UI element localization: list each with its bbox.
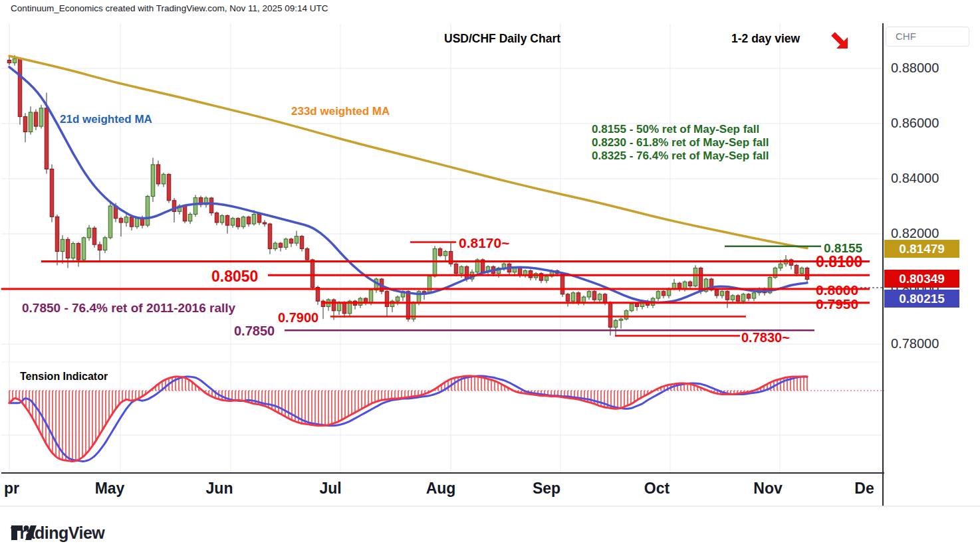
price-tick-082: 0.82000 [891, 226, 939, 241]
tension-indicator-title: Tension Indicator [20, 371, 108, 383]
ma233-price-tag[interactable]: 0.81479 [884, 240, 959, 258]
month-label-may[interactable]: May [95, 480, 125, 498]
tradingview-chart-page: Continuum_Economics created with Trading… [0, 0, 980, 558]
tradingview-logo[interactable]: TradingView [11, 523, 104, 543]
fib-note-50: 0.8155 - 50% ret of May-Sep fall [592, 123, 769, 136]
level-label-7830: 0.7830~ [741, 330, 790, 345]
month-label-jul[interactable]: Jul [319, 480, 341, 498]
month-label-aug[interactable]: Aug [426, 480, 456, 498]
ma233-annotation: 233d weighted MA [291, 105, 390, 118]
last-price-tag[interactable]: 0.80349 [884, 270, 959, 288]
level-label-7900: 0.7900 [278, 310, 318, 326]
price-chart-canvas[interactable] [0, 0, 980, 558]
view-horizon-label: 1-2 day view [731, 32, 800, 46]
level-label-8050: 0.8050 [211, 268, 258, 286]
month-label-oct[interactable]: Oct [644, 480, 670, 498]
level-label-8170: 0.8170~ [459, 235, 510, 251]
price-tick-084: 0.84000 [891, 171, 939, 186]
chart-title: USD/CHF Daily Chart [444, 32, 560, 46]
price-tick-078: 0.78000 [891, 336, 939, 351]
month-label-jun[interactable]: Jun [206, 480, 233, 498]
price-tick-088: 0.88000 [891, 60, 939, 76]
tradingview-logo-icon [11, 523, 37, 545]
rally-retracement-note: 0.7850 - 76.4% ret of 2011-2016 rally [22, 301, 235, 316]
level-label-7850: 0.7850 [234, 324, 275, 339]
level-label-8100: 0.8100 [816, 253, 862, 271]
ma21-annotation: 21d weighted MA [60, 113, 152, 126]
level-label-7950: 0.7950 [816, 296, 858, 312]
fib-note-764: 0.8325 - 76.4% ret of May-Sep fall [592, 149, 769, 163]
ma21-price-tag[interactable]: 0.80215 [884, 290, 959, 308]
month-label-apr[interactable]: pr [4, 480, 19, 498]
attribution-text: Continuum_Economics created with Trading… [11, 3, 328, 13]
price-tick-086: 0.86000 [891, 116, 939, 131]
fib-retracement-notes: 0.8155 - 50% ret of May-Sep fall 0.8230 … [592, 123, 769, 163]
month-label-dec[interactable]: De [854, 480, 874, 498]
month-label-nov[interactable]: Nov [753, 480, 782, 498]
fib-note-618: 0.8230 - 61.8% ret of May-Sep fall [592, 136, 769, 149]
symbol-axis-box: CHF [886, 27, 969, 46]
month-label-sep[interactable]: Sep [533, 480, 560, 498]
